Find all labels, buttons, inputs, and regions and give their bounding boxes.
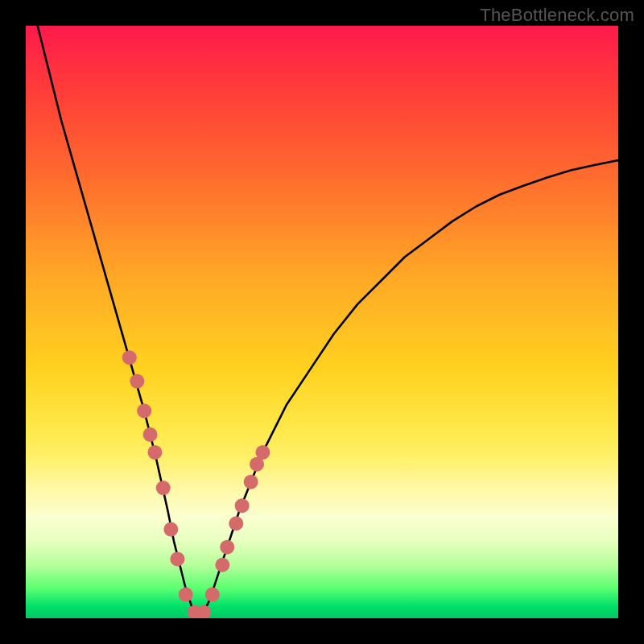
highlight-dot (137, 403, 151, 418)
highlight-dot (147, 445, 162, 460)
highlight-dot (163, 522, 178, 537)
highlight-dot (255, 445, 270, 460)
chart-frame: TheBottleneck.com (0, 0, 644, 644)
plot-area (26, 26, 618, 618)
bottleneck-curve (38, 26, 618, 618)
highlight-dot (215, 558, 229, 572)
highlight-dot (244, 475, 258, 489)
highlight-dot (205, 588, 220, 602)
highlight-dot (220, 540, 234, 555)
highlight-dot (235, 498, 250, 513)
highlight-dot (229, 516, 243, 530)
highlight-dot (143, 427, 158, 442)
highlight-dot (170, 551, 184, 566)
highlight-dot (156, 481, 171, 495)
highlight-dot (122, 350, 137, 365)
curve-layer (26, 26, 618, 618)
highlight-dot (130, 374, 144, 389)
watermark-text: TheBottleneck.com (480, 5, 634, 26)
highlight-dot (179, 588, 193, 602)
